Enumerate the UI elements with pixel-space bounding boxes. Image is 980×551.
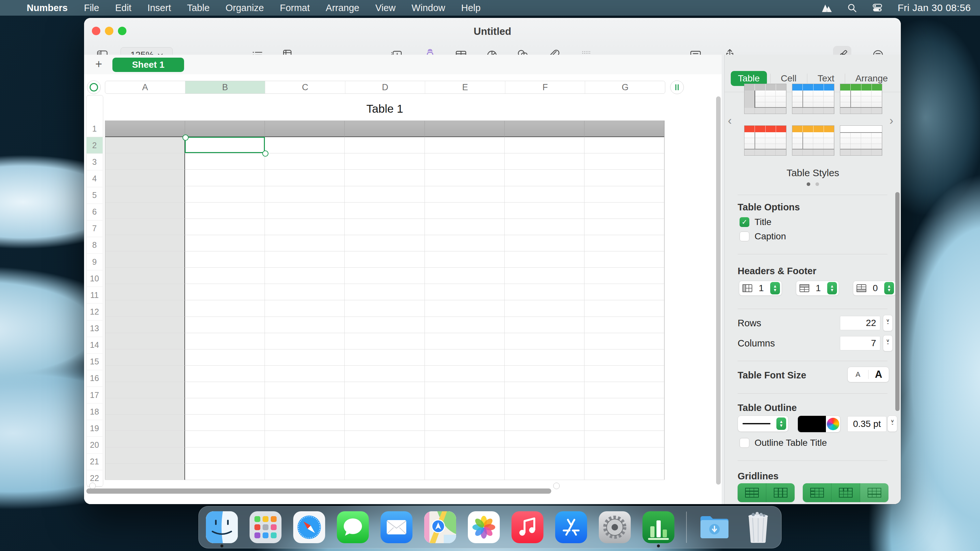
grid-cell-C19[interactable] — [265, 414, 345, 431]
grid-cell-D9[interactable] — [345, 251, 425, 268]
grid-cell-G20[interactable] — [584, 431, 664, 447]
grid-cell-C18[interactable] — [265, 398, 345, 414]
row-header-14[interactable]: 14 — [86, 337, 103, 354]
grid-cell-G6[interactable] — [584, 203, 664, 219]
grid-cell-G3[interactable] — [584, 153, 664, 170]
grid-cell-F10[interactable] — [505, 268, 584, 284]
menu-item-arrange[interactable]: Arrange — [326, 3, 360, 13]
grid-cell-B10[interactable] — [185, 268, 265, 284]
grid-cell-D20[interactable] — [345, 431, 425, 447]
sidebar-scrollbar[interactable] — [895, 192, 899, 411]
row-header-19[interactable]: 19 — [86, 420, 103, 437]
app-menu-numbers[interactable]: Numbers — [27, 3, 68, 13]
grid-cell-F3[interactable] — [505, 153, 584, 170]
grid-cell-A3[interactable] — [105, 153, 185, 170]
grid-cell-C3[interactable] — [265, 153, 345, 170]
grid-cell-E13[interactable] — [425, 317, 505, 333]
styles-dot-1[interactable] — [807, 183, 810, 186]
grid-cell-C22[interactable] — [265, 464, 345, 480]
grid-cell-F7[interactable] — [505, 219, 584, 235]
grid-cell-C9[interactable] — [265, 251, 345, 268]
grid-cell-A11[interactable] — [105, 284, 185, 300]
grid-cell-D19[interactable] — [345, 414, 425, 431]
outline-table-title-checkbox[interactable] — [740, 438, 749, 448]
grid-cell-D18[interactable] — [345, 398, 425, 414]
horizontal-gridlines-button[interactable] — [738, 483, 766, 502]
font-size-control[interactable]: A A — [847, 367, 889, 382]
row-header-11[interactable]: 11 — [86, 287, 103, 303]
grid-cell-B7[interactable] — [185, 219, 265, 235]
grid-cell-A8[interactable] — [105, 235, 185, 251]
row-header-9[interactable]: 9 — [86, 254, 103, 270]
styles-next-icon[interactable]: › — [889, 114, 893, 128]
grid-cell-A17[interactable] — [105, 382, 185, 398]
table-style-gray-header[interactable] — [744, 84, 786, 114]
row-header-20[interactable]: 20 — [86, 437, 103, 453]
grid-cell-E18[interactable] — [425, 398, 505, 414]
grid-cell-D5[interactable] — [345, 186, 425, 203]
row-header-5[interactable]: 5 — [86, 187, 103, 204]
row-header-10[interactable]: 10 — [86, 270, 103, 287]
grid-cell-C4[interactable] — [265, 170, 345, 186]
grid-cell-B3[interactable] — [185, 153, 265, 170]
grid-cell-A13[interactable] — [105, 317, 185, 333]
grid-cell-G14[interactable] — [584, 333, 664, 349]
grid-cell-C7[interactable] — [265, 219, 345, 235]
grid-cell-E20[interactable] — [425, 431, 505, 447]
outline-color-well[interactable] — [797, 416, 840, 432]
grid-cell-C16[interactable] — [265, 366, 345, 382]
table-select-handle[interactable] — [87, 81, 101, 94]
row-header-4[interactable]: 4 — [86, 170, 103, 187]
row-header-2[interactable]: 2 — [86, 137, 103, 154]
grid-cell-B8[interactable] — [185, 235, 265, 251]
footer-rows-arrows[interactable]: ▲▼ — [884, 282, 894, 294]
menu-item-file[interactable]: File — [84, 3, 99, 13]
grid-cell-G19[interactable] — [584, 414, 664, 431]
header-column-gridlines-button[interactable] — [803, 483, 831, 502]
grid-cell-F17[interactable] — [505, 382, 584, 398]
grid-cell-A22[interactable] — [105, 464, 185, 480]
grid-cell-E5[interactable] — [425, 186, 505, 203]
grid-cell-D3[interactable] — [345, 153, 425, 170]
grid-cell-G22[interactable] — [584, 464, 664, 480]
grid-cell-G17[interactable] — [584, 382, 664, 398]
table-style-green-header[interactable] — [840, 84, 882, 114]
selected-cell-outline[interactable] — [185, 137, 264, 153]
rows-stepper[interactable]: ˅ˇ — [883, 315, 892, 331]
grid-cell-A18[interactable] — [105, 398, 185, 414]
columns-input[interactable]: 7 — [840, 336, 880, 350]
dock-messages[interactable] — [337, 511, 369, 543]
grid-cell-A1[interactable] — [105, 121, 185, 137]
grid-cell-F21[interactable] — [505, 448, 584, 464]
grid-cell-F14[interactable] — [505, 333, 584, 349]
grid-cell-D22[interactable] — [345, 464, 425, 480]
row-header-7[interactable]: 7 — [86, 221, 103, 237]
grid-cell-D4[interactable] — [345, 170, 425, 186]
sheet-tab-1[interactable]: Sheet 1 — [112, 58, 184, 72]
grid-cell-D13[interactable] — [345, 317, 425, 333]
grid-cell-C21[interactable] — [265, 448, 345, 464]
grid-cell-C12[interactable] — [265, 300, 345, 316]
grid-cell-G4[interactable] — [584, 170, 664, 186]
search-icon[interactable] — [847, 3, 857, 13]
grid-cell-G10[interactable] — [584, 268, 664, 284]
dock-photos[interactable] — [468, 511, 500, 543]
grid-cell-F6[interactable] — [505, 203, 584, 219]
grid-cell-E12[interactable] — [425, 300, 505, 316]
menu-item-edit[interactable]: Edit — [115, 3, 131, 13]
grid-cell-A7[interactable] — [105, 219, 185, 235]
dock-finder[interactable] — [206, 511, 238, 543]
grid-cell-F8[interactable] — [505, 235, 584, 251]
grid-cell-B19[interactable] — [185, 414, 265, 431]
grid-cell-F2[interactable] — [505, 137, 584, 153]
grid-cell-A9[interactable] — [105, 251, 185, 268]
vertical-gridlines-button[interactable] — [766, 483, 795, 502]
grid-cell-F12[interactable] — [505, 300, 584, 316]
dock-launchpad[interactable] — [250, 511, 282, 543]
table-style-red-header[interactable] — [744, 125, 786, 156]
grid-cell-D1[interactable] — [345, 121, 425, 137]
grid-cell-A21[interactable] — [105, 448, 185, 464]
grid-cell-D16[interactable] — [345, 366, 425, 382]
grid-cell-A19[interactable] — [105, 414, 185, 431]
row-header-16[interactable]: 16 — [86, 370, 103, 387]
